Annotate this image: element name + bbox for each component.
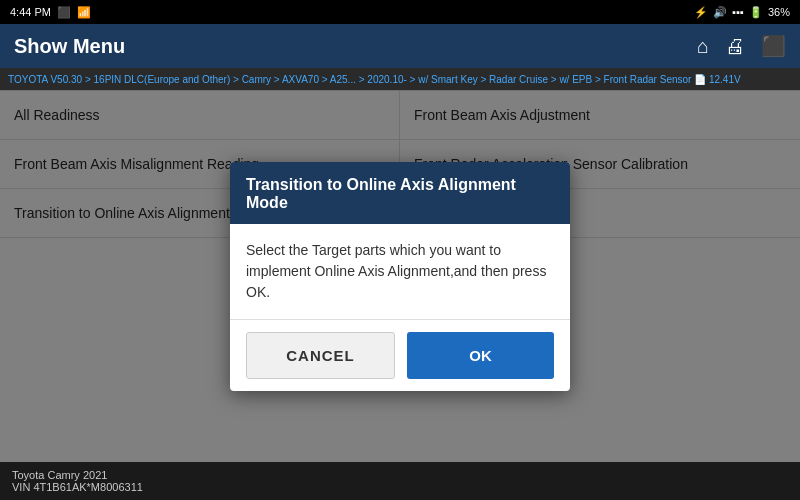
cancel-button[interactable]: CANCEL [246, 332, 395, 379]
bluetooth-icon: ⚡ [694, 6, 708, 19]
time-display: 4:44 PM [10, 6, 51, 18]
breadcrumb: TOYOTA V50.30 > 16PIN DLC(Europe and Oth… [0, 68, 800, 90]
export-icon[interactable]: ⬛ [761, 34, 786, 58]
screen-icon: ⬛ [57, 6, 71, 19]
dialog-message: Select the Target parts which you want t… [246, 242, 546, 300]
vehicle-model: Toyota Camry 2021 [12, 469, 143, 481]
volume-icon: 🔊 [713, 6, 727, 19]
home-icon[interactable]: ⌂ [697, 35, 709, 58]
status-bar: 4:44 PM ⬛ 📶 ⚡ 🔊 ▪▪▪ 🔋 36% [0, 0, 800, 24]
header: Show Menu ⌂ 🖨 ⬛ [0, 24, 800, 68]
signal-icon: 📶 [77, 6, 91, 19]
vehicle-info: Toyota Camry 2021 VIN 4T1B61AK*M8006311 [12, 469, 143, 493]
main-content: All Readiness Front Beam Axis Adjustment… [0, 90, 800, 462]
status-left: 4:44 PM ⬛ 📶 [10, 6, 91, 19]
breadcrumb-text: TOYOTA V50.30 > 16PIN DLC(Europe and Oth… [8, 74, 691, 85]
dialog: Transition to Online Axis Alignment Mode… [230, 162, 570, 391]
bottom-info-bar: Toyota Camry 2021 VIN 4T1B61AK*M8006311 [0, 462, 800, 500]
dialog-body: Select the Target parts which you want t… [230, 224, 570, 319]
voltage-display: 📄 12.41V [691, 74, 740, 85]
print-icon[interactable]: 🖨 [725, 35, 745, 58]
dialog-header: Transition to Online Axis Alignment Mode [230, 162, 570, 224]
battery-icon: 🔋 [749, 6, 763, 19]
status-right: ⚡ 🔊 ▪▪▪ 🔋 36% [694, 6, 790, 19]
dialog-footer: CANCEL OK [230, 319, 570, 391]
page-title: Show Menu [14, 35, 125, 58]
dialog-overlay: Transition to Online Axis Alignment Mode… [0, 90, 800, 462]
battery-level: 36% [768, 6, 790, 18]
header-icons: ⌂ 🖨 ⬛ [697, 34, 786, 58]
ok-button[interactable]: OK [407, 332, 554, 379]
dialog-title: Transition to Online Axis Alignment Mode [246, 176, 516, 211]
signal-bars: ▪▪▪ [732, 6, 744, 18]
vehicle-vin: VIN 4T1B61AK*M8006311 [12, 481, 143, 493]
